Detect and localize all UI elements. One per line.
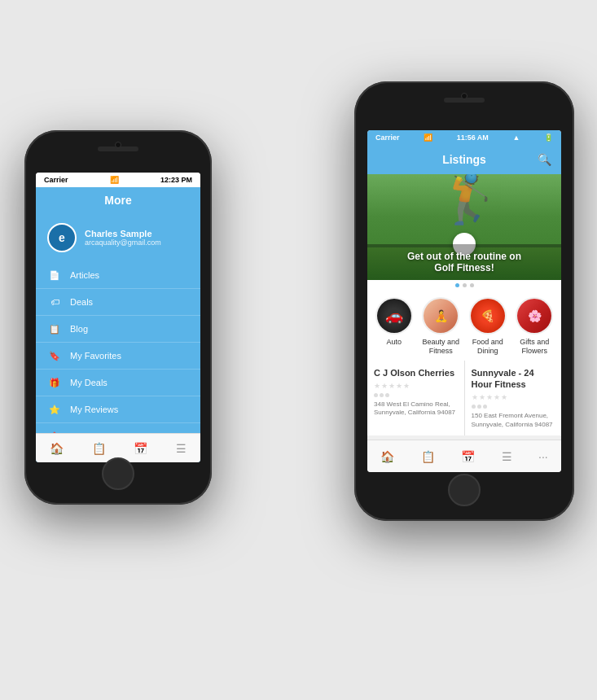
status-bar-left: Carrier 📶 12:23 PM [36,173,200,187]
tab-list-right[interactable]: 📋 [421,450,435,463]
articles-icon: 📄 [47,268,62,282]
screen-left: Carrier 📶 12:23 PM More e Charles Sample… [36,173,200,462]
menu-item-blog[interactable]: 📋 Blog [36,316,200,343]
wifi-icon-left: 📶 [110,176,119,184]
gifts-image: 🌸 [517,299,551,333]
listings-header: Listings 🔍 [367,145,561,174]
category-gifts[interactable]: 🌸 Gifts andFlowers [512,297,556,356]
battery-icon: 🔋 [544,133,553,142]
menu-item-deals[interactable]: 🏷 Deals [36,289,200,316]
dot-sm-1 [374,393,378,397]
star-4: ★ [396,382,402,390]
avatar: e [47,223,77,252]
categories-row: 🚗 Auto 🧘 Beauty andFitness 🍕 Food andDin… [367,291,561,361]
tab-menu-right[interactable]: ☰ [502,450,512,463]
more-title: More [104,194,131,207]
dot-sm-4 [472,405,476,409]
category-food[interactable]: 🍕 Food andDining [466,297,510,356]
listing-card-2[interactable]: Sunnyvale - 24 Hour Fitness ★ ★ ★ ★ ★ 15… [465,361,562,435]
tab-home-left[interactable]: 🏠 [50,442,64,455]
menu-item-mydeals[interactable]: 🎁 My Deals [36,370,200,396]
dot-3 [470,283,474,287]
star-2: ★ [381,382,388,390]
tab-home-right[interactable]: 🏠 [380,450,394,463]
tab-bar-right: 🏠 📋 📅 ☰ ··· [367,440,561,472]
golfer-silhouette: 🏌 [440,174,501,223]
tab-bar-left: 🏠 📋 📅 ☰ [36,433,200,462]
star-8: ★ [486,393,493,401]
stars-2: ★ ★ ★ ★ ★ [472,393,555,401]
menu-item-reviews[interactable]: ⭐ My Reviews [36,396,200,423]
signal-icon: ▲ [512,133,520,142]
category-label-food: Food andDining [472,338,503,356]
menu-label-reviews: My Reviews [70,405,118,414]
screen-right: Carrier 📶 11:56 AM ▲ 🔋 Listings 🔍 🏌 Get … [367,130,561,472]
card-title-2: Sunnyvale - 24 Hour Fitness [472,367,555,391]
card-address-1: 348 West El Camino Real,Sunnyvale, Calif… [374,400,458,418]
stars-1: ★ ★ ★ ★ ★ [374,382,458,390]
menu-item-favorites[interactable]: 🔖 My Favorites [36,343,200,370]
carrier-right: Carrier [375,133,400,142]
time-left: 12:23 PM [160,176,192,184]
menu-label-mydeals: My Deals [70,378,108,387]
card-title-1: C J Olson Cherries [374,367,458,378]
listings-title: Listings [393,153,535,166]
phone-left: Carrier 📶 12:23 PM More e Charles Sample… [24,130,212,505]
star-7: ★ [479,393,485,401]
dots-row-1 [374,393,458,397]
dot-1 [455,283,459,287]
menu-item-articles[interactable]: 📄 Articles [36,262,200,289]
card-address-2: 150 East Fremont Avenue,Sunnyvale, Calif… [472,412,555,429]
dot-sm-2 [380,393,384,397]
beauty-image: 🧘 [424,299,458,333]
wifi-right: 📶 [424,133,432,142]
banner: 🏌 Get out of the routine onGolf Fitness! [367,174,561,280]
star-3: ★ [388,382,395,390]
tab-calendar-left[interactable]: 📅 [134,442,147,455]
star-9: ★ [494,393,500,401]
menu-label-favorites: My Favorites [70,351,121,361]
banner-dots [367,280,561,291]
search-button[interactable]: 🔍 [535,153,551,166]
category-circle-beauty: 🧘 [422,297,459,335]
category-label-auto: Auto [386,338,402,347]
profile-email: arcaquality@gmail.com [85,238,161,247]
star-5: ★ [403,382,410,390]
banner-text: Get out of the routine onGolf Fitness! [374,251,555,273]
tab-calendar-right[interactable]: 📅 [461,450,475,463]
camera-left [115,142,121,148]
status-bar-right: Carrier 📶 11:56 AM ▲ 🔋 [367,130,561,145]
menu-label-articles: Articles [70,270,99,280]
category-circle-gifts: 🌸 [516,297,553,335]
profile-name: Charles Sample [85,229,161,238]
carrier-left: Carrier [44,176,68,184]
favorites-icon: 🔖 [47,348,62,363]
mydeals-icon: 🎁 [47,375,62,390]
dots-row-2 [472,405,555,409]
category-auto[interactable]: 🚗 Auto [372,297,416,356]
tab-more-right[interactable]: ··· [538,450,548,463]
banner-overlay: Get out of the routine onGolf Fitness! [367,244,561,280]
blog-icon: 📋 [47,322,62,336]
listing-card-1[interactable]: C J Olson Cherries ★ ★ ★ ★ ★ 348 West El… [367,361,464,435]
deals-icon: 🏷 [47,295,62,309]
star-10: ★ [501,393,507,401]
menu-label-deals: Deals [70,297,93,307]
category-beauty[interactable]: 🧘 Beauty andFitness [419,297,463,356]
tab-list-left[interactable]: 📋 [92,442,106,455]
category-label-beauty: Beauty andFitness [422,338,459,356]
category-label-gifts: Gifts andFlowers [520,338,549,356]
dot-sm-6 [483,405,487,409]
profile-section[interactable]: e Charles Sample arcaquality@gmail.com [36,213,200,262]
avatar-letter: e [59,231,65,244]
tab-menu-left[interactable]: ☰ [176,442,187,455]
profile-info: Charles Sample arcaquality@gmail.com [85,229,161,247]
menu-label-blog: Blog [70,324,88,334]
dot-sm-5 [477,405,481,409]
auto-image: 🚗 [377,299,411,333]
category-circle-auto: 🚗 [375,297,413,335]
category-circle-food: 🍕 [469,297,507,335]
food-image: 🍕 [471,299,505,333]
listings-cards: C J Olson Cherries ★ ★ ★ ★ ★ 348 West El… [367,361,561,435]
star-6: ★ [472,393,478,401]
